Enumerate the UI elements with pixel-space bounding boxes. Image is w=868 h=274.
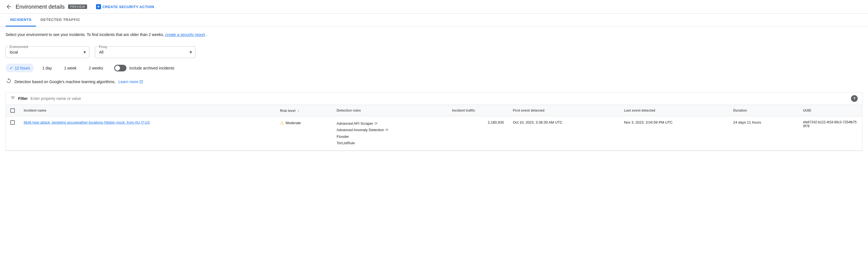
time-filter-2weeks[interactable]: 2 weeks bbox=[85, 64, 107, 72]
tabs-bar: INCIDENTS DETECTED TRAFFIC bbox=[0, 14, 868, 27]
check-icon: ✓ bbox=[9, 65, 13, 70]
rule-refresh-icon-1: ⟳ bbox=[375, 120, 378, 127]
detection-text: Detection based on Google's machine lear… bbox=[14, 80, 116, 84]
time-filter-1week[interactable]: 1 week bbox=[60, 64, 81, 72]
rule-item-2: Advanced Anomaly Detection ⟳ bbox=[337, 127, 443, 133]
row-uuid: efe67242-b122-4f18-86c3-7254fb750f78 bbox=[799, 116, 862, 151]
time-label-12hours: 12 hours bbox=[15, 66, 30, 70]
header-incident-traffic: Incident traffic bbox=[448, 105, 508, 116]
environment-field: Environment local production staging ▾ bbox=[6, 42, 89, 58]
page-title: Environment details bbox=[16, 4, 65, 10]
time-label-2weeks: 2 weeks bbox=[89, 66, 103, 70]
info-suffix: . bbox=[206, 32, 207, 37]
header-checkbox-cell bbox=[6, 105, 19, 116]
tab-incidents[interactable]: INCIDENTS bbox=[6, 14, 36, 27]
time-filter-12hours[interactable]: ✓ 12 hours bbox=[6, 64, 34, 72]
row-detection-rules: Advanced API Scraper ⟳ Advanced Anomaly … bbox=[332, 116, 448, 151]
table-header-row: Incident name Risk level ↓ Detection rul… bbox=[6, 105, 862, 116]
detection-info-row: Detection based on Google's machine lear… bbox=[6, 78, 862, 85]
proxy-select[interactable]: All Proxy 1 Proxy 2 bbox=[95, 46, 195, 58]
info-prefix: Select your environment to see your inci… bbox=[6, 32, 164, 37]
back-button[interactable] bbox=[6, 3, 12, 10]
proxy-field: Proxy All Proxy 1 Proxy 2 ▾ bbox=[95, 42, 195, 58]
header: Environment details PREVIEW + CREATE SEC… bbox=[0, 0, 868, 14]
row-risk-level: ⚠ Moderate bbox=[276, 116, 332, 151]
row-checkbox[interactable] bbox=[10, 120, 15, 125]
time-label-1day: 1 day bbox=[42, 66, 52, 70]
header-duration: Duration bbox=[729, 105, 799, 116]
incident-name-link[interactable]: Multi type attack, targeting accuweather… bbox=[24, 120, 150, 124]
row-first-event: Oct 10, 2023, 3:36:30 AM UTC bbox=[508, 116, 619, 151]
row-last-event: Nov 3, 2023, 3:04:59 PM UTC bbox=[620, 116, 729, 151]
environment-label: Environment bbox=[8, 45, 29, 49]
header-last-event: Last event detected bbox=[620, 105, 729, 116]
row-duration: 24 days 11 hours bbox=[729, 116, 799, 151]
main-content: Select your environment to see your inci… bbox=[0, 27, 868, 156]
preview-badge: PREVIEW bbox=[68, 4, 87, 9]
header-uuid: UUID bbox=[799, 105, 862, 116]
proxy-select-wrapper: All Proxy 1 Proxy 2 ▾ bbox=[95, 46, 195, 58]
row-incident-name: Multi type attack, targeting accuweather… bbox=[19, 116, 276, 151]
proxy-label: Proxy bbox=[98, 45, 108, 49]
header-risk-level[interactable]: Risk level ↓ bbox=[276, 105, 332, 116]
archived-incidents-toggle-row: Include archived incidents bbox=[114, 65, 174, 71]
dropdowns-row: Environment local production staging ▾ P… bbox=[6, 42, 862, 58]
rule-item-3: Flooder bbox=[337, 133, 443, 140]
time-label-1week: 1 week bbox=[64, 66, 76, 70]
toggle-knob bbox=[115, 66, 120, 70]
create-security-action-button[interactable]: + CREATE SECURITY ACTION bbox=[96, 4, 154, 9]
row-incident-traffic: 2,180,935 bbox=[448, 116, 508, 151]
filter-icon bbox=[10, 95, 16, 102]
time-filter-1day[interactable]: 1 day bbox=[38, 64, 56, 72]
filter-bar: Filter ? bbox=[6, 92, 862, 105]
risk-badge: ⚠ Moderate bbox=[280, 120, 328, 126]
info-text: Select your environment to see your inci… bbox=[6, 32, 862, 37]
rule-refresh-icon-2: ⟳ bbox=[385, 127, 389, 133]
tab-detected-traffic[interactable]: DETECTED TRAFFIC bbox=[36, 14, 85, 27]
table-row: Multi type attack, targeting accuweather… bbox=[6, 116, 862, 151]
warning-icon: ⚠ bbox=[280, 120, 284, 126]
learn-more-link[interactable]: Learn more bbox=[118, 80, 143, 84]
help-icon[interactable]: ? bbox=[851, 95, 858, 102]
filter-input[interactable] bbox=[30, 96, 848, 101]
sort-icon: ↓ bbox=[298, 108, 300, 113]
incidents-table-container: Incident name Risk level ↓ Detection rul… bbox=[6, 105, 862, 151]
incidents-table: Incident name Risk level ↓ Detection rul… bbox=[6, 105, 862, 151]
row-checkbox-cell bbox=[6, 116, 19, 151]
header-incident-name: Incident name bbox=[19, 105, 276, 116]
header-detection-rules: Detection rules bbox=[332, 105, 448, 116]
archived-incidents-toggle[interactable] bbox=[114, 65, 126, 71]
ml-detection-icon bbox=[6, 78, 12, 85]
rule-item-1: Advanced API Scraper ⟳ bbox=[337, 120, 443, 127]
header-first-event: First event detected bbox=[508, 105, 619, 116]
select-all-checkbox[interactable] bbox=[10, 108, 15, 113]
plus-icon: + bbox=[96, 4, 101, 9]
toggle-label: Include archived incidents bbox=[129, 66, 174, 70]
create-action-label: CREATE SECURITY ACTION bbox=[102, 5, 154, 9]
rule-item-4: TorListRule bbox=[337, 140, 443, 146]
filter-label: Filter bbox=[18, 96, 28, 101]
create-security-report-link[interactable]: create a security report bbox=[165, 32, 205, 37]
external-link-icon bbox=[139, 80, 143, 84]
time-filter-row: ✓ 12 hours 1 day 1 week 2 weeks Include … bbox=[6, 64, 862, 72]
learn-more-label: Learn more bbox=[118, 80, 138, 84]
